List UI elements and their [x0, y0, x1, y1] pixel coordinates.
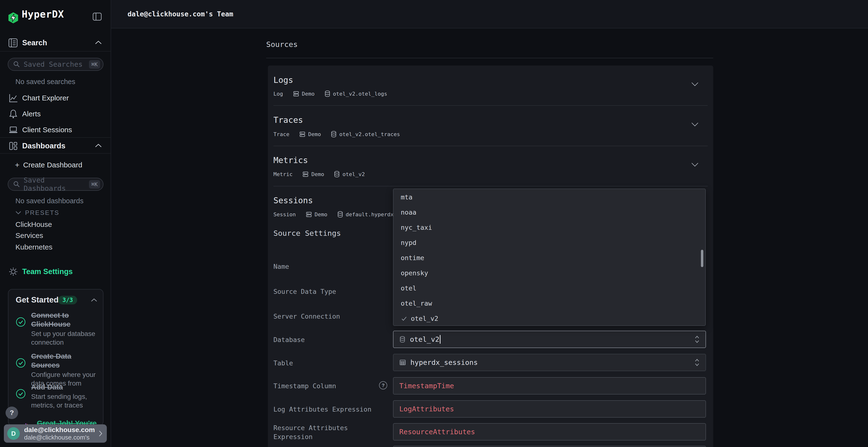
- help-button[interactable]: ?: [5, 407, 18, 419]
- server-connection-label: Server Connection: [273, 312, 387, 321]
- option-label: opensky: [401, 269, 428, 277]
- search-section-icon: [8, 38, 18, 48]
- progress-badge: 3/3: [58, 296, 77, 304]
- avatar: D: [7, 427, 20, 440]
- server-group: Demo: [302, 171, 324, 177]
- database-icon: [334, 171, 340, 177]
- source-section-title: Traces: [273, 115, 303, 125]
- dropdown-option-ontime[interactable]: ontime: [394, 250, 705, 265]
- dropdown-option-nypd[interactable]: nypd: [394, 235, 705, 250]
- option-label: otel_raw: [401, 300, 432, 307]
- table-select[interactable]: hyperdx_sessions: [393, 354, 706, 371]
- server-name: Demo: [308, 131, 321, 137]
- database-icon: [337, 211, 343, 218]
- sources-heading: Sources: [266, 40, 298, 49]
- resource-attributes-input[interactable]: ResourceAttributes: [393, 423, 706, 441]
- search-icon: [13, 181, 20, 188]
- table-icon: [399, 359, 406, 366]
- chevron-down-icon: [16, 211, 21, 214]
- collapse-sidebar-icon[interactable]: [93, 12, 102, 21]
- sidebar-section-search[interactable]: Search: [0, 34, 111, 51]
- next-input-partial[interactable]: [393, 446, 706, 447]
- preset-kubernetes[interactable]: Kubernetes: [16, 243, 52, 251]
- page-header: dale@clickhouse.com's Team: [111, 0, 868, 28]
- sidebar-item-chart-explorer[interactable]: Chart Explorer: [0, 93, 111, 104]
- sidebar-item-team-settings[interactable]: Team Settings: [0, 266, 111, 277]
- timestamp-column-input[interactable]: TimestampTime: [393, 377, 706, 394]
- page-title: dale@clickhouse.com's Team: [128, 10, 233, 18]
- user-email: dale@clickhouse.com: [24, 426, 99, 434]
- create-dashboard-button[interactable]: + Create Dashboard: [0, 160, 111, 171]
- chevron-up-icon: [95, 143, 102, 147]
- help-tooltip-icon[interactable]: ?: [379, 381, 387, 389]
- source-section-title: Logs: [273, 75, 293, 85]
- user-account-chip[interactable]: D dale@clickhouse.com dale@clickhouse.co…: [4, 424, 107, 443]
- dropdown-option-otel_v2-selected[interactable]: otel_v2: [394, 311, 705, 326]
- option-label: nyc_taxi: [401, 224, 432, 231]
- preset-clickhouse[interactable]: ClickHouse: [16, 220, 52, 229]
- saved-dashboards-placeholder: Saved Dashboards: [24, 176, 89, 193]
- option-label: otel: [401, 284, 416, 292]
- preset-services[interactable]: Services: [16, 232, 43, 240]
- table-name: otel_v2: [342, 171, 365, 177]
- chevron-up-icon[interactable]: [91, 298, 97, 302]
- dropdown-option-opensky[interactable]: opensky: [394, 265, 705, 281]
- shortcut-badge: ⌘K: [89, 60, 100, 69]
- check-icon: [401, 315, 407, 322]
- chevron-right-icon: [99, 430, 102, 437]
- sidebar: HyperDX Search: [0, 0, 111, 447]
- select-chevrons-icon: [694, 358, 700, 367]
- presets-label: PRESETS: [25, 209, 59, 216]
- sidebar-item-alerts[interactable]: Alerts: [0, 108, 111, 119]
- resource-attributes-value: ResourceAttributes: [399, 428, 475, 436]
- divider: [273, 186, 708, 186]
- sidebar-section-dashboards[interactable]: Dashboards: [0, 137, 111, 153]
- checklist-subtitle: Set up your database connection: [31, 330, 98, 347]
- table-group: default.hyperdx_s: [337, 211, 400, 218]
- source-type: Log: [273, 91, 283, 97]
- laptop-icon: [8, 125, 19, 135]
- log-attributes-input[interactable]: LogAttributes: [393, 400, 706, 418]
- sidebar-item-client-sessions[interactable]: Client Sessions: [0, 124, 111, 135]
- divider: [266, 58, 713, 58]
- chevron-down-icon[interactable]: [691, 82, 699, 87]
- hyperdx-logo-icon: [7, 12, 19, 24]
- option-label: nypd: [401, 239, 416, 246]
- database-select[interactable]: otel_v2: [393, 331, 706, 348]
- nav-label: Alerts: [22, 110, 41, 118]
- nav-label: Chart Explorer: [22, 94, 69, 102]
- database-dropdown: mta noaa nyc_taxi nypd ontime opensky ot…: [393, 188, 706, 326]
- server-name: Demo: [311, 171, 324, 177]
- check-circle-icon: [16, 389, 26, 410]
- dropdown-option-otel_raw[interactable]: otel_raw: [394, 296, 705, 311]
- resource-attributes-label: Resource Attributes Expression: [273, 423, 387, 441]
- source-type: Session: [273, 211, 296, 217]
- server-icon: [293, 90, 300, 97]
- database-icon: [399, 336, 406, 343]
- dashboards-section-label: Dashboards: [22, 142, 65, 150]
- divider: [273, 105, 708, 106]
- select-chevrons-icon: [694, 335, 700, 343]
- dropdown-option-otel[interactable]: otel: [394, 281, 705, 296]
- chevron-down-icon[interactable]: [691, 162, 699, 167]
- source-settings-heading: Source Settings: [273, 229, 341, 238]
- dropdown-option-nyc_taxi[interactable]: nyc_taxi: [394, 220, 705, 235]
- get-started-title: Get Started: [16, 295, 59, 304]
- checklist-title: Create Data Sources: [31, 352, 98, 370]
- source-type: Trace: [273, 131, 289, 137]
- saved-searches-placeholder: Saved Searches: [24, 60, 89, 68]
- source-section-title: Sessions: [273, 196, 313, 205]
- presets-toggle[interactable]: PRESETS: [0, 208, 111, 218]
- chevron-down-icon[interactable]: [691, 122, 699, 127]
- dropdown-option-noaa[interactable]: noaa: [394, 205, 705, 220]
- check-circle-icon: [16, 317, 26, 347]
- scrollbar-thumb[interactable]: [701, 250, 703, 267]
- source-type: Metric: [273, 171, 292, 177]
- dropdown-option-mta[interactable]: mta: [394, 190, 705, 205]
- question-mark: ?: [382, 383, 384, 388]
- saved-dashboards-input[interactable]: Saved Dashboards ⌘K: [8, 178, 103, 191]
- table-group: otel_v2.otel_traces: [331, 131, 400, 138]
- server-group: Demo: [293, 90, 315, 97]
- saved-searches-input[interactable]: Saved Searches ⌘K: [8, 58, 103, 71]
- table-label: Table: [273, 358, 387, 368]
